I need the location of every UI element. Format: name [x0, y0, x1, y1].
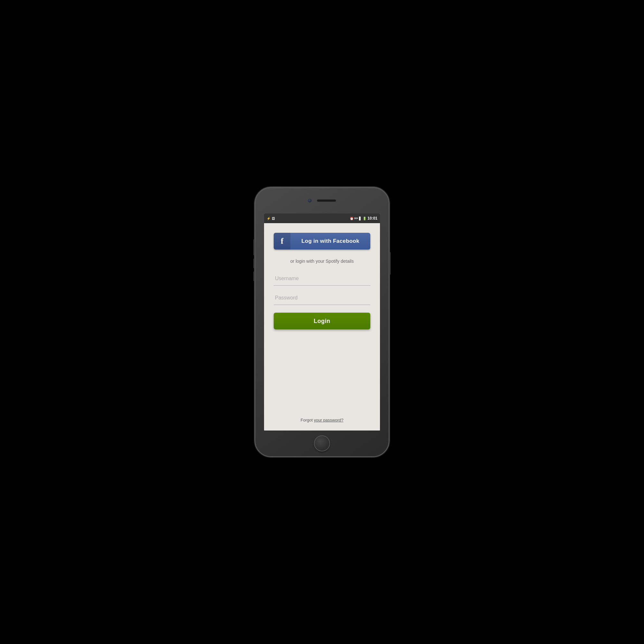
- status-bar: ⚡ 🖼 ⏰ H+ ▋ 🔋 10:01: [264, 213, 380, 223]
- phone-screen: ⚡ 🖼 ⏰ H+ ▋ 🔋 10:01 f Log in with Faceboo…: [264, 213, 380, 431]
- status-bar-left: ⚡ 🖼: [267, 217, 275, 220]
- login-button[interactable]: Login: [274, 313, 370, 329]
- signal-icon: ▋: [359, 217, 362, 220]
- status-bar-right: ⏰ H+ ▋ 🔋 10:01: [350, 216, 377, 221]
- password-input[interactable]: [274, 291, 370, 305]
- home-button[interactable]: [314, 435, 330, 451]
- usb-icon: ⚡: [267, 217, 270, 220]
- forgot-password-area: Forgot your password?: [264, 417, 380, 423]
- username-input[interactable]: [274, 271, 370, 286]
- app-content: f Log in with Facebook or login with you…: [264, 223, 380, 431]
- phone-top: [255, 188, 389, 213]
- hplus-icon: H+: [355, 217, 358, 220]
- phone-shell: ⚡ 🖼 ⏰ H+ ▋ 🔋 10:01 f Log in with Faceboo…: [254, 187, 390, 457]
- forgot-prefix-text: Forgot: [301, 418, 314, 422]
- facebook-icon-box: f: [274, 233, 290, 250]
- home-button-area: [255, 431, 389, 456]
- image-icon: 🖼: [272, 217, 275, 220]
- volume-down-button[interactable]: [253, 271, 255, 281]
- facebook-login-button[interactable]: f Log in with Facebook: [274, 233, 370, 250]
- or-text: or login with your Spotify details: [290, 259, 354, 264]
- volume-up-button[interactable]: [253, 259, 255, 268]
- alarm-icon: ⏰: [350, 217, 354, 220]
- facebook-button-label: Log in with Facebook: [290, 238, 370, 244]
- login-button-label: Login: [314, 318, 330, 324]
- battery-icon: 🔋: [363, 217, 366, 220]
- facebook-f-icon: f: [281, 236, 284, 246]
- front-camera: [308, 199, 312, 203]
- status-time: 10:01: [367, 216, 377, 221]
- earpiece-speaker: [317, 199, 336, 202]
- forgot-password-link[interactable]: your password?: [314, 418, 344, 422]
